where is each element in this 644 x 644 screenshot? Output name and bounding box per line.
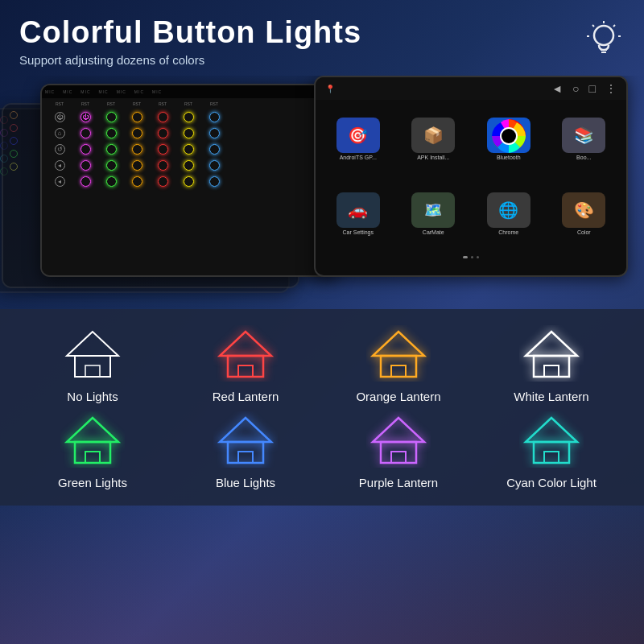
app-icon-box-bluetooth xyxy=(487,118,530,153)
light-item-no-lights[interactable]: No Lights xyxy=(16,325,169,403)
light-item-orange-lantern[interactable]: Orange Lantern xyxy=(322,325,475,403)
svg-marker-10 xyxy=(67,332,118,356)
app-icon-box: 🗺️ xyxy=(411,192,455,228)
svg-marker-16 xyxy=(373,332,424,356)
app-label-car-settings: Car Settings xyxy=(342,229,374,235)
light-item-green-lights[interactable]: Green Lights xyxy=(16,411,169,489)
color-wheel-svg xyxy=(488,115,530,155)
svg-line-6 xyxy=(592,25,594,27)
app-label-androits: AndroiTS GP... xyxy=(340,155,377,160)
house-icon-orange-lantern xyxy=(366,325,431,382)
house-svg-container-orange-lantern xyxy=(366,325,431,382)
house-svg-container-white-lantern xyxy=(519,325,584,382)
svg-marker-31 xyxy=(526,418,577,442)
house-svg-container-green-lights xyxy=(60,411,125,468)
svg-marker-22 xyxy=(67,418,118,442)
light-item-cyan-color-light[interactable]: Cyan Color Light xyxy=(475,411,628,489)
home-icon[interactable]: ○ xyxy=(572,82,579,95)
app-label-chrome: Chrome xyxy=(498,229,518,235)
light-label-no-lights: No Lights xyxy=(67,390,118,403)
menu-icon[interactable]: ⋮ xyxy=(605,82,617,95)
header: Colorful Button Lights Support adjusting… xyxy=(0,0,644,76)
app-icon-box: 🎯 xyxy=(336,118,380,153)
house-svg-container-red-lantern xyxy=(213,325,278,382)
location-icon: 📍 xyxy=(325,85,335,93)
svg-rect-15 xyxy=(238,365,253,377)
app-label-apk: APK Install... xyxy=(417,155,449,160)
app-label-color: Color xyxy=(577,229,591,235)
light-item-purple-lantern[interactable]: Purple Lantern xyxy=(322,411,475,489)
app-carmate[interactable]: 🗺️ CarMate xyxy=(398,178,470,250)
android-nav-icons: ◄ ○ □ ⋮ xyxy=(551,82,617,95)
svg-line-4 xyxy=(613,25,615,27)
page-subtitle: Support adjusting dozens of colors xyxy=(19,53,361,67)
house-svg-container-cyan-color-light xyxy=(519,411,584,468)
mic-label-4: MIC xyxy=(99,89,109,94)
device-showcase: MIC MIC MIC MIC MIC MIC MIC RST ⏻ xyxy=(0,76,644,309)
svg-rect-27 xyxy=(238,452,253,463)
light-label-cyan-color-light: Cyan Color Light xyxy=(506,476,597,489)
mic-label-2: MIC xyxy=(63,89,72,94)
house-svg-container-blue-lights xyxy=(213,411,278,468)
app-icon-box: 🎨 xyxy=(562,192,605,228)
back-icon[interactable]: ◄ xyxy=(551,82,563,95)
light-label-orange-lantern: Orange Lantern xyxy=(356,390,440,403)
mic-label-5: MIC xyxy=(117,89,126,94)
svg-rect-24 xyxy=(85,452,100,463)
mic-label-6: MIC xyxy=(134,89,144,94)
svg-rect-21 xyxy=(544,365,559,377)
app-apk[interactable]: 📦 APK Install... xyxy=(398,103,470,175)
app-icon-box: 📦 xyxy=(411,118,455,153)
app-icon-box: 🌐 xyxy=(487,192,530,228)
house-icon-green-lights xyxy=(60,411,125,468)
tablets-stack: MIC MIC MIC MIC MIC MIC MIC RST ⏻ xyxy=(0,84,330,293)
page-dots xyxy=(316,253,626,262)
light-label-red-lantern: Red Lantern xyxy=(213,390,279,403)
house-svg-container-no-lights xyxy=(60,325,125,382)
app-boo[interactable]: 📚 Boo... xyxy=(548,103,621,175)
bottom-panel: No LightsRed LanternOrange LanternWhite … xyxy=(0,309,644,506)
mic-label-7: MIC xyxy=(152,89,162,94)
app-icon-box: 📚 xyxy=(562,118,605,153)
app-label-boo: Boo... xyxy=(576,155,591,160)
light-label-green-lights: Green Lights xyxy=(58,476,127,489)
light-item-white-lantern[interactable]: White Lantern xyxy=(475,325,628,403)
light-item-blue-lights[interactable]: Blue Lights xyxy=(169,411,322,489)
light-label-purple-lantern: Purple Lantern xyxy=(359,476,438,489)
app-bluetooth[interactable]: Bluetooth xyxy=(473,103,545,175)
recent-icon[interactable]: □ xyxy=(589,82,596,95)
page-title: Colorful Button Lights xyxy=(19,16,361,50)
android-nav-bar: 📍 ◄ ○ □ ⋮ xyxy=(316,77,626,100)
svg-marker-19 xyxy=(526,332,577,356)
app-car-settings[interactable]: 🚗 Car Settings xyxy=(322,178,394,250)
app-grid: 🎯 AndroiTS GP... 📦 APK Install... xyxy=(316,100,626,253)
light-item-red-lantern[interactable]: Red Lantern xyxy=(169,325,322,403)
house-icon-white-lantern xyxy=(519,325,584,382)
svg-point-9 xyxy=(502,129,516,143)
house-icon-purple-lantern xyxy=(366,411,431,468)
header-left: Colorful Button Lights Support adjusting… xyxy=(19,16,361,67)
light-label-white-lantern: White Lantern xyxy=(514,390,588,403)
house-icon-cyan-color-light xyxy=(519,411,584,468)
svg-rect-30 xyxy=(391,452,406,463)
app-label-carmate: CarMate xyxy=(423,229,444,235)
app-chrome[interactable]: 🌐 Chrome xyxy=(473,178,545,250)
house-icon-no-lights xyxy=(60,325,125,382)
app-icon-box: 🚗 xyxy=(336,192,380,228)
svg-rect-11 xyxy=(75,356,110,377)
tablet-right: 📍 ◄ ○ □ ⋮ 🎯 AndroiTS GP... xyxy=(314,76,628,277)
app-label-bluetooth: Bluetooth xyxy=(497,155,521,160)
svg-marker-13 xyxy=(220,332,271,356)
lights-grid: No LightsRed LanternOrange LanternWhite … xyxy=(8,325,636,489)
app-androits[interactable]: 🎯 AndroiTS GP... xyxy=(322,103,394,175)
tablet-main: MIC MIC MIC MIC MIC MIC MIC RST ⏻ xyxy=(40,84,338,277)
svg-rect-33 xyxy=(544,452,559,463)
house-svg-container-purple-lantern xyxy=(366,411,431,468)
svg-marker-25 xyxy=(220,418,271,442)
app-color[interactable]: 🎨 Color xyxy=(548,178,621,250)
status-icons: 📍 xyxy=(325,85,335,93)
svg-rect-12 xyxy=(85,365,100,377)
light-label-blue-lights: Blue Lights xyxy=(216,476,275,489)
mic-label-3: MIC xyxy=(80,89,90,94)
svg-point-0 xyxy=(594,26,613,45)
